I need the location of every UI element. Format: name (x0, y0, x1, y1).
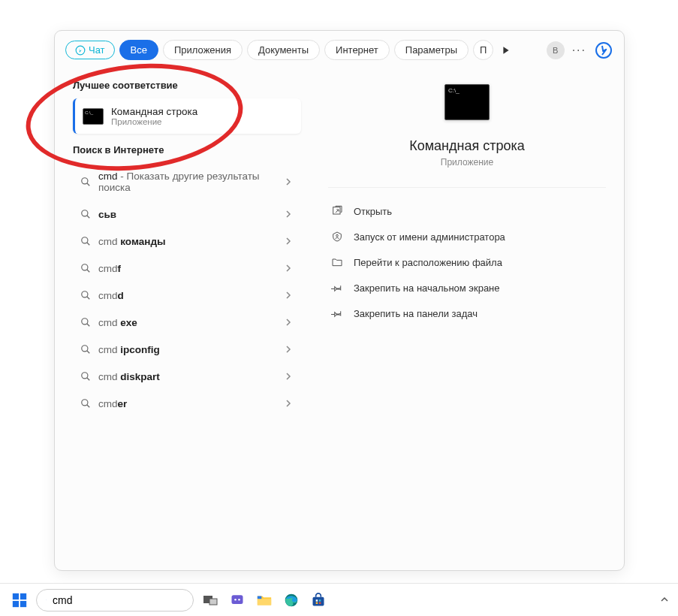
svg-point-0 (76, 46, 85, 55)
svg-rect-37 (313, 596, 324, 605)
chevron-right-icon (285, 208, 292, 220)
suggestion-item[interactable]: cmder (55, 390, 310, 417)
svg-point-26 (46, 599, 47, 600)
preview-subtitle: Приложение (441, 157, 493, 168)
chevron-right-icon (285, 289, 292, 301)
svg-rect-40 (316, 602, 318, 604)
svg-point-8 (82, 264, 88, 270)
chevron-right-icon (285, 235, 292, 247)
chevron-right-icon (285, 397, 292, 409)
suggestion-item[interactable]: cmd exe (55, 309, 310, 336)
tab-all[interactable]: Все (119, 40, 158, 60)
chevron-right-icon (285, 343, 292, 355)
action-label: Открыть (354, 206, 392, 217)
suggestion-item[interactable]: сьв (55, 201, 310, 228)
more-options[interactable]: ··· (569, 44, 589, 57)
search-icon (80, 344, 91, 355)
preview-action[interactable]: Закрепить на панели задач (328, 300, 606, 326)
preview-action[interactable]: Открыть (328, 198, 606, 224)
best-match-title: Командная строка (111, 106, 197, 117)
suggestion-text: cmd ipconfig (98, 344, 277, 355)
suggestion-item[interactable]: cmdf (55, 255, 310, 282)
best-match-item[interactable]: Командная строка Приложение (73, 98, 301, 134)
preview-action[interactable]: Закрепить на начальном экране (328, 275, 606, 300)
store-icon[interactable] (308, 590, 329, 611)
svg-point-14 (82, 346, 88, 352)
tab-truncated[interactable]: П (473, 40, 493, 60)
svg-point-10 (82, 291, 88, 297)
pin-icon (331, 282, 343, 294)
suggestion-text: сьв (98, 209, 277, 220)
tab-settings[interactable]: Параметры (394, 40, 469, 60)
svg-line-17 (87, 378, 90, 381)
best-match-subtitle: Приложение (111, 117, 197, 126)
suggestion-item[interactable]: cmd команды (55, 228, 310, 255)
admin-icon (331, 231, 343, 243)
action-label: Запуск от имени администратора (354, 231, 505, 243)
chat-tab[interactable]: Чат (65, 41, 115, 59)
chevron-right-icon (285, 262, 292, 274)
tab-web[interactable]: Интернет (324, 40, 390, 60)
task-view-icon[interactable] (200, 590, 221, 611)
svg-rect-25 (20, 600, 26, 606)
web-search-header: Поиск в Интернете (55, 134, 310, 163)
svg-rect-34 (258, 596, 262, 599)
svg-line-9 (87, 270, 90, 273)
svg-line-7 (87, 243, 90, 246)
svg-point-32 (238, 598, 240, 600)
best-match-header: Лучшее соответствие (55, 69, 310, 98)
tab-docs[interactable]: Документы (247, 40, 320, 60)
edge-icon[interactable] (281, 590, 302, 611)
suggestion-text: cmd diskpart (98, 371, 277, 382)
svg-rect-30 (232, 595, 243, 604)
start-button[interactable] (9, 590, 30, 611)
user-avatar[interactable]: В (547, 41, 565, 59)
taskbar-search[interactable] (36, 589, 194, 611)
suggestion-item[interactable]: cmdd (55, 282, 310, 309)
svg-rect-39 (319, 599, 321, 602)
preview-action[interactable]: Перейти к расположению файла (328, 249, 606, 275)
svg-rect-22 (13, 593, 19, 599)
search-icon (80, 371, 91, 382)
tabs-scroll-right[interactable] (498, 42, 514, 59)
bing-chat-icon (75, 45, 86, 56)
svg-line-19 (87, 405, 90, 408)
svg-line-13 (87, 324, 90, 327)
search-icon (80, 209, 91, 219)
tab-apps[interactable]: Приложения (163, 40, 243, 60)
search-icon (80, 263, 91, 273)
system-tray-chevron[interactable] (660, 594, 669, 606)
search-icon (80, 398, 91, 409)
results-column: Лучшее соответствие Командная строка При… (55, 69, 310, 570)
svg-line-5 (87, 216, 90, 219)
action-label: Закрепить на начальном экране (354, 282, 500, 294)
search-icon (46, 594, 47, 605)
taskbar (0, 583, 678, 616)
bing-logo-icon[interactable] (594, 41, 613, 60)
action-label: Закрепить на панели задач (354, 308, 478, 319)
preview-pane: Командная строка Приложение ОткрытьЗапус… (310, 69, 624, 570)
chat-app-icon[interactable] (227, 590, 248, 611)
suggestion-item[interactable]: cmd diskpart (55, 363, 310, 390)
pin-icon (331, 307, 343, 319)
taskbar-search-input[interactable] (53, 594, 184, 606)
cmd-icon (83, 108, 104, 125)
search-icon (80, 177, 91, 187)
open-icon (331, 205, 343, 217)
svg-point-18 (82, 400, 88, 406)
chevron-right-icon (285, 316, 292, 328)
svg-rect-29 (209, 599, 217, 605)
suggestion-text: cmdd (98, 290, 277, 301)
svg-point-6 (82, 237, 88, 243)
svg-line-11 (87, 297, 90, 300)
svg-point-31 (234, 598, 237, 600)
suggestion-item[interactable]: cmd - Показать другие результаты поиска (55, 163, 310, 201)
suggestion-list: cmd - Показать другие результаты поискас… (55, 163, 310, 417)
chat-label: Чат (89, 44, 105, 56)
svg-point-4 (82, 210, 88, 216)
file-explorer-icon[interactable] (254, 590, 275, 611)
suggestion-item[interactable]: cmd ipconfig (55, 336, 310, 363)
preview-action[interactable]: Запуск от имени администратора (328, 224, 606, 249)
suggestion-text: cmd exe (98, 317, 277, 328)
preview-card: Командная строка Приложение (328, 84, 606, 188)
